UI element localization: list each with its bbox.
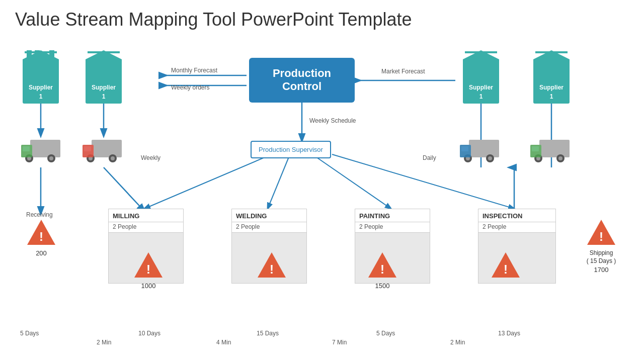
diagram-area: Supplier1 Supplier1 Supplier1 Supplier1 — [0, 43, 644, 362]
svg-line-3 — [104, 167, 144, 211]
svg-marker-24 — [533, 50, 570, 84]
production-control-box: Production Control — [249, 58, 355, 103]
svg-text:!: ! — [146, 262, 150, 276]
svg-rect-41 — [83, 145, 94, 157]
svg-rect-23 — [465, 51, 497, 53]
painting-value: 1500 — [367, 282, 397, 290]
supplier-label-right-2: Supplier1 — [539, 84, 564, 100]
painting-people: 2 People — [355, 222, 430, 233]
timeline-5days2: 5 Days — [376, 330, 395, 337]
svg-rect-42 — [469, 140, 499, 157]
svg-point-48 — [488, 156, 492, 160]
shipping-value: 1700 — [586, 266, 616, 274]
milling-title: MILLING — [109, 209, 183, 222]
truck-left-2 — [82, 137, 127, 167]
receiving-value: 200 — [26, 249, 56, 257]
page-title: Value Stream Mapping Tool PowerPoint Tem… — [0, 0, 644, 30]
painting-title: PAINTING — [355, 209, 430, 222]
warning-inspection: ! — [491, 251, 521, 281]
svg-rect-21 — [88, 51, 120, 53]
svg-rect-19 — [25, 51, 57, 53]
factory-icon-right-1 — [463, 50, 499, 84]
warning-receiving: ! 200 — [26, 219, 56, 257]
svg-rect-33 — [21, 145, 32, 157]
warning-milling: ! 1000 — [133, 251, 164, 290]
svg-rect-50 — [539, 140, 570, 157]
svg-line-9 — [268, 156, 289, 209]
truck-right-1 — [459, 137, 504, 167]
svg-rect-26 — [30, 140, 60, 157]
svg-point-56 — [558, 156, 562, 160]
receiving-label: Receiving — [26, 211, 53, 218]
timeline-13days: 13 Days — [498, 330, 520, 337]
production-control-label: Production Control — [273, 67, 331, 93]
truck-right-2 — [529, 137, 575, 167]
supplier-label-left-1: Supplier1 — [29, 84, 53, 100]
timeline-5days: 5 Days — [20, 330, 39, 337]
supplier-left-2: Supplier1 — [86, 50, 122, 104]
weekly-orders-label: Weekly orders — [171, 84, 209, 91]
svg-text:!: ! — [504, 262, 508, 276]
factory-icon-left-2 — [86, 50, 122, 84]
svg-text:!: ! — [39, 230, 43, 243]
timeline-7min: 7 Min — [332, 339, 347, 346]
timeline-2min: 2 Min — [97, 339, 111, 346]
svg-marker-22 — [463, 50, 499, 84]
svg-text:!: ! — [599, 230, 603, 243]
supplier-right-1: Supplier1 — [463, 50, 499, 104]
svg-marker-20 — [86, 50, 122, 84]
shipping-label: Shipping( 15 Days ) — [586, 249, 616, 265]
warning-painting: ! 1500 — [367, 251, 397, 290]
supplier-label-left-2: Supplier1 — [92, 84, 116, 100]
svg-rect-34 — [92, 140, 122, 157]
svg-line-10 — [314, 156, 391, 209]
svg-rect-57 — [530, 145, 541, 157]
monthly-forecast-label: Monthly Forecast — [171, 67, 217, 74]
supplier-left-1: Supplier1 — [23, 50, 59, 104]
svg-text:!: ! — [270, 262, 274, 276]
warning-welding: ! — [257, 251, 287, 281]
warning-shipping: ! Shipping( 15 Days ) 1700 — [586, 219, 616, 274]
svg-text:!: ! — [380, 262, 384, 276]
supplier-label-right-1: Supplier1 — [469, 84, 493, 100]
factory-icon-left-1 — [23, 50, 59, 84]
weekly-label: Weekly — [141, 154, 160, 161]
svg-rect-25 — [535, 51, 568, 53]
inspection-title: INSPECTION — [478, 209, 555, 222]
production-supervisor-box: Production Supervisor — [251, 141, 331, 158]
milling-people: 2 People — [109, 222, 183, 233]
svg-rect-49 — [460, 145, 471, 157]
market-forecast-label: Market Forecast — [381, 68, 425, 75]
svg-line-8 — [144, 154, 272, 209]
timeline-15days: 15 Days — [257, 330, 279, 337]
welding-people: 2 People — [232, 222, 306, 233]
svg-point-32 — [49, 156, 53, 160]
weekly-schedule-label: Weekly Schedule — [309, 117, 356, 124]
timeline-10days: 10 Days — [138, 330, 160, 337]
daily-label: Daily — [423, 154, 436, 161]
production-supervisor-label: Production Supervisor — [259, 146, 323, 153]
timeline-2min2: 2 Min — [450, 339, 465, 346]
svg-point-40 — [111, 156, 115, 160]
truck-left-1 — [20, 137, 65, 167]
welding-title: WELDING — [232, 209, 306, 222]
timeline-4min: 4 Min — [216, 339, 231, 346]
inspection-people: 2 People — [478, 222, 555, 233]
supplier-right-2: Supplier1 — [533, 50, 570, 104]
milling-value: 1000 — [133, 282, 164, 290]
factory-icon-right-2 — [533, 50, 570, 84]
